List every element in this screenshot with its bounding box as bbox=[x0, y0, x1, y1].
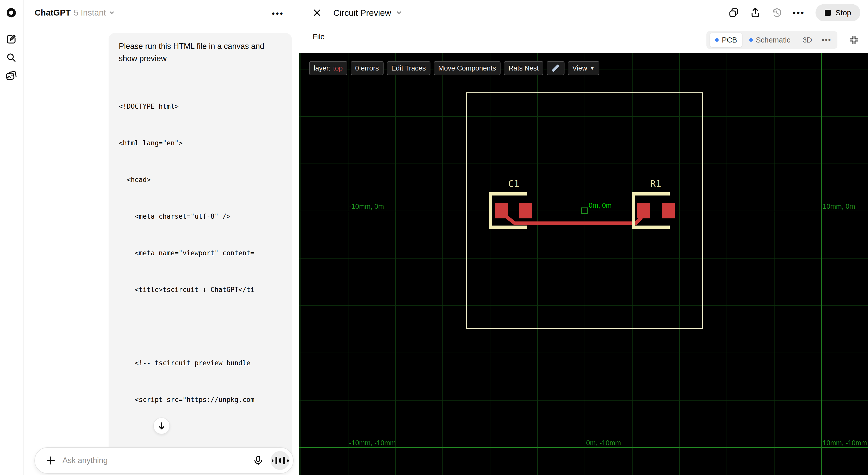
chevron-down-icon bbox=[108, 9, 115, 16]
canvas-panel: Circuit Preview ••• Stop File bbox=[299, 0, 868, 475]
mic-icon[interactable] bbox=[253, 455, 264, 466]
share-icon[interactable] bbox=[750, 7, 761, 18]
caret-down-icon: ▼ bbox=[590, 65, 595, 71]
origin-marker bbox=[581, 207, 588, 214]
pcb-viewport[interactable]: C1 R1 -10mm, 0m 0m, 0m 10mm, 0m -10mm, -… bbox=[299, 53, 868, 475]
waveform-icon bbox=[271, 457, 290, 464]
stop-button[interactable]: Stop bbox=[815, 4, 860, 22]
tab-schematic[interactable]: Schematic bbox=[744, 33, 795, 47]
new-chat-icon[interactable] bbox=[5, 33, 18, 46]
coord-label-right-bottom: 10mm, -10mm bbox=[823, 439, 867, 447]
composer-input[interactable]: Ask anything bbox=[62, 456, 253, 465]
coord-label-left-mid: -10mm, 0m bbox=[349, 203, 384, 210]
pcb-toolbar: layer: top 0 errors Edit Traces Move Com… bbox=[309, 61, 599, 75]
model-selector[interactable]: 5 Instant bbox=[74, 8, 106, 18]
chat-header: ChatGPT 5 Instant ••• bbox=[25, 0, 299, 26]
layer-value: top bbox=[333, 64, 343, 72]
rats-nest-button[interactable]: Rats Nest bbox=[504, 61, 543, 75]
coord-label-origin: 0m, 0m bbox=[589, 202, 612, 209]
tab-3d[interactable]: 3D bbox=[798, 33, 817, 47]
edit-traces-button[interactable]: Edit Traces bbox=[387, 61, 430, 75]
pad-r1-1[interactable] bbox=[638, 203, 650, 218]
refdes-label: R1 bbox=[650, 178, 661, 189]
view-dropdown-button[interactable]: View ▼ bbox=[568, 61, 599, 75]
canvas-menubar: File PCB Schematic 3D ••• bbox=[299, 26, 868, 53]
tabs-overflow-button[interactable]: ••• bbox=[819, 36, 834, 44]
openai-logo-icon[interactable] bbox=[5, 6, 18, 19]
copy-icon[interactable] bbox=[728, 7, 739, 18]
pad-r1-2[interactable] bbox=[662, 203, 675, 218]
file-menu[interactable]: File bbox=[313, 33, 325, 41]
coord-label-left-bottom: -10mm, -10mm bbox=[349, 439, 396, 447]
pad-c1-2[interactable] bbox=[519, 203, 532, 218]
user-message-code: <!DOCTYPE html> <html lang="en"> <head> … bbox=[119, 76, 282, 466]
canvas-header: Circuit Preview ••• Stop bbox=[299, 0, 868, 26]
layer-button[interactable]: layer: top bbox=[309, 61, 347, 75]
pad-c1-1[interactable] bbox=[495, 203, 508, 218]
user-message-text: Please run this HTML file in a canvas an… bbox=[119, 40, 282, 65]
attach-plus-icon[interactable] bbox=[45, 455, 56, 466]
trace-c1-r1[interactable] bbox=[299, 53, 868, 475]
user-message-bubble: Please run this HTML file in a canvas an… bbox=[108, 33, 292, 466]
coord-label-center-bottom: 0m, -10mm bbox=[586, 439, 621, 447]
coord-label-right-mid: 10mm, 0m bbox=[823, 203, 855, 210]
chat-panel: ChatGPT 5 Instant ••• Please run this HT… bbox=[25, 0, 299, 475]
scroll-to-bottom-button[interactable] bbox=[153, 417, 170, 434]
edit-pencil-button[interactable] bbox=[547, 61, 564, 75]
canvas-menu-button[interactable]: ••• bbox=[793, 8, 805, 18]
collapse-icon[interactable] bbox=[849, 35, 859, 45]
pencil-icon bbox=[552, 64, 559, 72]
stop-square-icon bbox=[825, 10, 831, 16]
library-icon[interactable] bbox=[5, 69, 18, 82]
history-icon[interactable] bbox=[771, 7, 782, 18]
composer[interactable]: Ask anything bbox=[34, 447, 293, 474]
view-tabs: PCB Schematic 3D ••• bbox=[706, 31, 837, 49]
voice-mode-button[interactable] bbox=[271, 451, 289, 470]
errors-button[interactable]: 0 errors bbox=[351, 61, 383, 75]
chevron-down-icon[interactable] bbox=[395, 9, 403, 16]
pcb-dot-icon bbox=[715, 38, 719, 42]
refdes-label: C1 bbox=[508, 178, 519, 189]
close-icon[interactable] bbox=[312, 8, 322, 18]
conversation-menu-button[interactable]: ••• bbox=[272, 9, 284, 19]
schematic-dot-icon bbox=[749, 38, 753, 42]
app-title: ChatGPT bbox=[35, 8, 70, 18]
move-components-button[interactable]: Move Components bbox=[434, 61, 501, 75]
canvas-title[interactable]: Circuit Preview bbox=[333, 8, 391, 18]
tab-pcb[interactable]: PCB bbox=[710, 33, 742, 47]
arrow-down-icon bbox=[157, 421, 166, 430]
search-icon[interactable] bbox=[5, 51, 18, 64]
sidebar-rail bbox=[0, 0, 24, 475]
